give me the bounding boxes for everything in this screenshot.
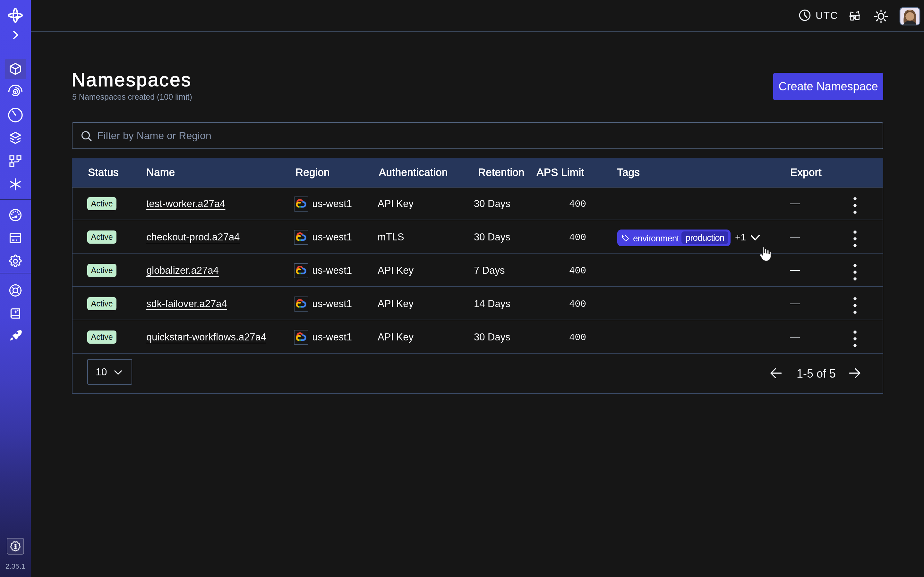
svg-text:$: $	[13, 543, 17, 550]
